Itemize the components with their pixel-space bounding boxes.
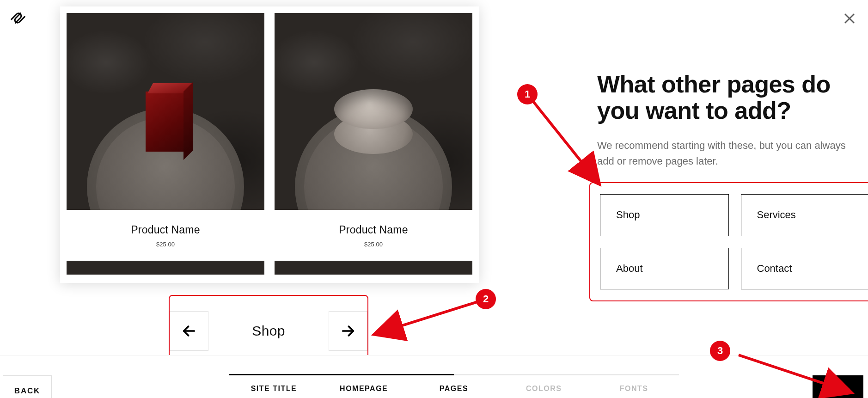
current-page-label: Shop bbox=[252, 323, 285, 339]
step-fonts[interactable]: FONTS bbox=[589, 385, 679, 393]
product-name: Product Name bbox=[339, 224, 408, 236]
svg-line-5 bbox=[379, 301, 479, 333]
page-option-services[interactable]: Services bbox=[741, 194, 868, 236]
step-colors[interactable]: COLORS bbox=[499, 385, 589, 393]
product-price: $25.00 bbox=[156, 241, 175, 248]
page-options-group: Shop Services About Contact bbox=[589, 182, 868, 301]
back-button-label: BACK bbox=[14, 386, 40, 396]
annotation-arrow-icon bbox=[370, 296, 490, 342]
page-option-shop[interactable]: Shop bbox=[600, 194, 729, 236]
next-page-button[interactable] bbox=[329, 311, 367, 351]
annotation-marker-1: 1 bbox=[517, 84, 538, 104]
next-button[interactable]: NEXT bbox=[813, 375, 863, 398]
close-icon[interactable] bbox=[843, 12, 856, 25]
page-option-contact[interactable]: Contact bbox=[741, 248, 868, 290]
product-card: Product Name $25.00 bbox=[67, 13, 264, 283]
product-price: $25.00 bbox=[364, 241, 383, 248]
page-subtext: We recommend starting with these, but yo… bbox=[597, 138, 864, 169]
arrow-right-icon bbox=[340, 323, 356, 339]
page-option-label: Contact bbox=[757, 263, 792, 275]
arrow-left-icon bbox=[181, 323, 197, 339]
step-homepage[interactable]: HOMEPAGE bbox=[319, 385, 409, 393]
progress-fill bbox=[229, 374, 454, 375]
product-card: Product Name $25.00 bbox=[275, 13, 472, 283]
page-heading: What other pages do you want to add? bbox=[597, 71, 864, 124]
annotation-marker-3: 3 bbox=[710, 341, 730, 361]
page-option-label: Shop bbox=[616, 209, 640, 221]
next-button-label: NEXT bbox=[826, 386, 850, 396]
squarespace-logo-icon bbox=[9, 9, 27, 27]
step-site-title[interactable]: SITE TITLE bbox=[229, 385, 319, 393]
prev-page-button[interactable] bbox=[170, 311, 208, 351]
step-pages[interactable]: PAGES bbox=[409, 385, 499, 393]
page-option-label: Services bbox=[757, 209, 796, 221]
product-name: Product Name bbox=[131, 224, 200, 236]
wizard-footer: BACK SITE TITLE HOMEPAGE PAGES COLORS FO… bbox=[0, 355, 868, 398]
progress-stepper: SITE TITLE HOMEPAGE PAGES COLORS FONTS bbox=[229, 374, 679, 393]
svg-line-4 bbox=[533, 102, 596, 180]
template-preview: Product Name $25.00 Product Name $25.00 bbox=[60, 6, 479, 283]
back-button[interactable]: BACK bbox=[3, 375, 52, 398]
annotation-marker-2: 2 bbox=[476, 289, 496, 309]
page-option-label: About bbox=[616, 263, 643, 275]
page-option-about[interactable]: About bbox=[600, 248, 729, 290]
